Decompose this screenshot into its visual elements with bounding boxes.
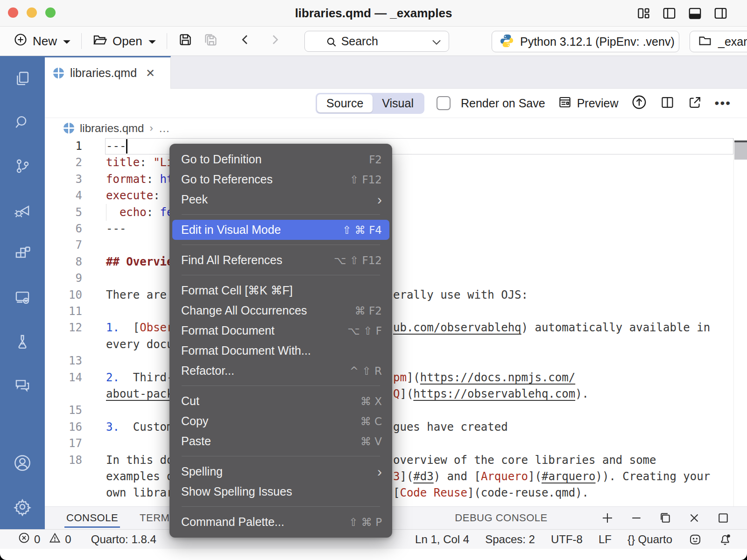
render-on-save-checkbox[interactable] [437, 96, 451, 110]
problems-indicator[interactable]: 0 0 [18, 532, 71, 547]
menu-item-format-document-with[interactable]: Format Document With... [169, 341, 392, 361]
menu-item-go-to-definition[interactable]: Go to DefinitionF2 [169, 149, 392, 169]
menu-item-copy[interactable]: Copy⌘ C [169, 411, 392, 431]
breadcrumb-file[interactable]: libraries.qmd [80, 122, 144, 135]
close-tab-icon[interactable]: ✕ [146, 67, 155, 80]
editor-row: 8## Overvie [45, 254, 747, 270]
menu-item-label: Go to Definition [181, 153, 369, 166]
editor-row: 163. Customgues have created [45, 419, 747, 435]
tab-console[interactable]: CONSOLE [66, 507, 118, 529]
quarto-version[interactable]: Quarto: 1.8.4 [91, 532, 156, 547]
save-icon [177, 32, 193, 51]
more-actions-icon[interactable]: ••• [715, 96, 731, 111]
menu-item-label: Paste [181, 434, 360, 448]
toggle-panel-icon[interactable] [687, 6, 703, 21]
toggle-secondary-sidebar-icon[interactable] [713, 6, 728, 21]
menu-separator [182, 214, 380, 215]
menu-item-spelling[interactable]: Spelling› [169, 462, 392, 482]
menu-item-shortcut: ⇧ ⌘ F4 [342, 224, 382, 236]
indent-guide [106, 204, 106, 221]
maximize-panel-icon[interactable] [716, 511, 730, 525]
menu-item-command-palette[interactable]: Command Palette...⇧ ⌘ P [169, 512, 392, 532]
line-number: 17 [45, 435, 82, 452]
new-console-icon[interactable] [600, 511, 614, 525]
minimize-panel-icon[interactable] [629, 511, 643, 525]
source-control-icon[interactable] [13, 157, 32, 175]
warning-count: 0 [65, 533, 71, 546]
editor-row: every docu [45, 336, 747, 353]
visual-mode-button[interactable]: Visual [373, 94, 423, 112]
new-button-label: New [33, 34, 57, 49]
save-all-button[interactable] [198, 32, 223, 51]
comments-icon[interactable] [13, 376, 32, 395]
close-panel-icon[interactable] [687, 511, 701, 525]
menu-item-find-all-references[interactable]: Find All References⌥ ⇧ F12 [169, 250, 392, 270]
explorer-icon[interactable] [13, 69, 32, 88]
menu-item-paste[interactable]: Paste⌘ V [169, 431, 392, 451]
new-button[interactable]: New [8, 32, 76, 50]
toggle-primary-sidebar-icon[interactable] [662, 6, 677, 21]
eol-setting[interactable]: LF [599, 533, 612, 546]
titlebar: libraries.qmd — _examples [0, 0, 747, 27]
interpreter-label: Python 3.12.1 (PipEnv: .venv) [520, 35, 675, 49]
menu-separator [182, 275, 380, 275]
tab-libraries-qmd[interactable]: libraries.qmd ✕ [45, 56, 171, 89]
menu-item-format-document[interactable]: Format Document⌥ ⇧ F [169, 321, 392, 341]
line-number: 14 [45, 370, 82, 386]
account-icon[interactable] [13, 454, 32, 472]
editor-row: 18In this dooverview of the core librari… [45, 452, 747, 469]
breadcrumb[interactable]: libraries.qmd › … [45, 118, 747, 138]
scrollbar-thumb[interactable] [734, 142, 747, 160]
open-in-new-window-icon[interactable] [687, 95, 703, 112]
menu-item-shortcut: ^ ⇧ R [350, 365, 382, 377]
breadcrumb-more[interactable]: … [159, 122, 170, 135]
menu-item-edit-in-visual-mode[interactable]: Edit in Visual Mode⇧ ⌘ F4 [172, 220, 389, 240]
editor-row: 13 [45, 353, 747, 369]
menu-item-go-to-references[interactable]: Go to References⇧ F12 [169, 169, 392, 189]
cursor-position[interactable]: Ln 1, Col 4 [415, 533, 469, 546]
settings-gear-icon[interactable] [13, 497, 32, 516]
menu-item-peek[interactable]: Peek› [169, 189, 392, 210]
feedback-smiley-icon[interactable] [688, 532, 702, 546]
menu-item-format-cell-k-f[interactable]: Format Cell [⌘K ⌘F] [169, 280, 392, 301]
open-button[interactable]: Open [87, 32, 161, 51]
run-debug-icon[interactable] [13, 201, 32, 219]
testing-icon[interactable] [13, 332, 32, 351]
editor-row: 11 [45, 303, 747, 320]
encoding-setting[interactable]: UTF-8 [551, 533, 583, 546]
line-number: 10 [45, 287, 82, 303]
menu-item-cut[interactable]: Cut⌘ X [169, 391, 392, 411]
notifications-bell-icon[interactable] [718, 532, 732, 546]
menu-item-shortcut: ⌘ C [360, 415, 382, 427]
chevron-down-icon[interactable] [432, 39, 441, 47]
code-editor[interactable]: 1---2title: "Li3format: ht4execute:5 ech… [45, 138, 747, 506]
sessions-icon[interactable] [13, 288, 32, 307]
menu-item-label: Find All References [181, 253, 334, 267]
preview-button[interactable]: Preview [557, 95, 619, 112]
editor-scrollbar[interactable] [733, 138, 747, 506]
menu-item-change-all-occurrences[interactable]: Change All Occurrences⌘ F2 [169, 301, 392, 321]
language-mode[interactable]: {} Quarto [627, 533, 672, 546]
menu-item-show-spelling-issues[interactable]: Show Spelling Issues [169, 482, 392, 502]
menu-item-refactor[interactable]: Refactor...^ ⇧ R [169, 361, 392, 381]
restore-panel-icon[interactable] [658, 511, 672, 525]
indentation-setting[interactable]: Spaces: 2 [485, 533, 535, 546]
interpreter-selector[interactable]: Python 3.12.1 (PipEnv: .venv) [492, 31, 679, 52]
tab-debug-console[interactable]: DEBUG CONSOLE [455, 507, 547, 529]
search-icon[interactable] [13, 113, 32, 132]
navigate-back-button[interactable] [233, 33, 257, 50]
chevron-right-icon [268, 33, 282, 50]
extensions-icon[interactable] [13, 245, 32, 263]
menu-item-label: Refactor... [181, 364, 350, 378]
split-editor-icon[interactable] [660, 95, 675, 112]
line-number: 16 [45, 419, 82, 435]
search-input[interactable]: Search [304, 31, 449, 52]
render-document-icon[interactable] [631, 94, 648, 112]
menu-item-label: Format Cell [⌘K ⌘F] [181, 284, 382, 297]
project-selector[interactable]: _examples [690, 31, 747, 52]
customize-layout-icon[interactable] [636, 6, 651, 21]
source-mode-button[interactable]: Source [317, 94, 373, 112]
navigate-forward-button[interactable] [263, 33, 287, 50]
save-button[interactable] [173, 32, 198, 51]
error-icon [18, 532, 30, 547]
